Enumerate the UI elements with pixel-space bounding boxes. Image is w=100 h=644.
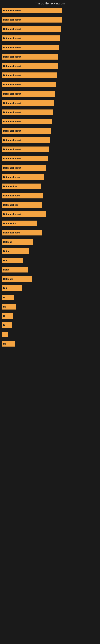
- bar-27: Bott: [2, 258, 23, 263]
- bar-spacer-26: [2, 255, 98, 258]
- bar-spacer-30: [2, 292, 98, 295]
- bar-label-29: Bottlenec: [3, 278, 13, 280]
- bar-2: Bottleneck result: [2, 26, 61, 32]
- bar-label-4: Bottleneck result: [3, 46, 21, 49]
- bar-spacer-34: [2, 329, 98, 332]
- bar-36: Bo: [2, 341, 15, 346]
- bar-label-27: Bott: [3, 259, 8, 262]
- bar-row: B: [2, 313, 98, 319]
- bar-spacer-12: [2, 125, 98, 128]
- bar-row: Bottleneck result: [2, 137, 98, 143]
- bar-row: Bottlene: [2, 239, 98, 245]
- bar-label-8: Bottleneck result: [3, 83, 21, 86]
- bar-label-17: Bottleneck result: [3, 167, 21, 169]
- bar-8: Bottleneck result: [2, 82, 56, 87]
- bar-spacer-9: [2, 98, 98, 100]
- bar-25: Bottlene: [2, 239, 33, 245]
- bar-label-20: Bottleneck resu: [3, 194, 20, 197]
- bar-label-18: Bottleneck resu: [3, 176, 20, 178]
- bar-spacer-16: [2, 162, 98, 165]
- bar-label-19: Bottleneck re: [3, 185, 17, 188]
- bar-row: Bottleneck result: [2, 91, 98, 96]
- bar-row: Bottleneck result: [2, 156, 98, 162]
- bar-spacer-15: [2, 153, 98, 156]
- bar-row: Bottleneck res: [2, 202, 98, 208]
- bar-row: Bottleneck resu: [2, 193, 98, 198]
- bar-spacer-14: [2, 144, 98, 146]
- bar-label-3: Bottleneck result: [3, 37, 21, 40]
- bar-spacer-21: [2, 208, 98, 211]
- bar-15: Bottleneck result: [2, 146, 49, 152]
- bar-row: Bo: [2, 341, 98, 346]
- bar-row: Bottleneck resu: [2, 230, 98, 236]
- bar-row: Bottleneck result: [2, 165, 98, 171]
- bar-row: Bottleneck result: [2, 82, 98, 87]
- bar-23: Bottleneck r: [2, 220, 37, 226]
- bar-9: Bottleneck result: [2, 91, 55, 96]
- bar-row: Bottleneck result: [2, 36, 98, 41]
- bar-26: Bottle: [2, 248, 29, 254]
- bar-row: Bottlenec: [2, 276, 98, 282]
- bar-spacer-35: [2, 338, 98, 341]
- bar-row: [2, 332, 98, 337]
- bar-18: Bottleneck resu: [2, 174, 44, 180]
- bar-row: B: [2, 295, 98, 300]
- bar-row: Bo: [2, 304, 98, 310]
- bar-spacer-2: [2, 32, 98, 36]
- bar-label-36: Bo: [3, 342, 6, 345]
- bar-label-22: Bottleneck result: [3, 213, 21, 215]
- bar-14: Bottleneck result: [2, 137, 50, 143]
- bar-label-30: Bott: [3, 287, 8, 290]
- bar-32: Bo: [2, 304, 16, 310]
- bar-12: Bottleneck result: [2, 119, 52, 124]
- bar-label-26: Bottle: [3, 250, 9, 252]
- bar-row: Bottleneck result: [2, 45, 98, 50]
- bar-0: Bottleneck result: [2, 8, 62, 13]
- bar-row: Bottleneck result: [2, 54, 98, 60]
- bar-row: Bottle: [2, 248, 98, 254]
- bar-spacer-17: [2, 172, 98, 174]
- bar-28: Bottle: [2, 267, 28, 272]
- bar-16: Bottleneck result: [2, 156, 48, 162]
- bar-spacer-31: [2, 301, 98, 304]
- bar-label-32: Bo: [3, 306, 6, 308]
- bar-spacer-7: [2, 79, 98, 82]
- bar-spacer-3: [2, 42, 98, 45]
- site-title: TheBottlenecker.com: [0, 0, 100, 8]
- bar-row: Bottle: [2, 267, 98, 272]
- bar-17: Bottleneck result: [2, 165, 46, 171]
- bar-spacer-29: [2, 282, 98, 285]
- bar-19: Bottleneck re: [2, 184, 41, 189]
- bar-label-13: Bottleneck result: [3, 130, 21, 132]
- bars-container: Bottleneck resultBottleneck resultBottle…: [0, 8, 100, 350]
- bar-spacer-20: [2, 199, 98, 202]
- bar-1: Bottleneck result: [2, 17, 62, 22]
- bar-row: Bottleneck result: [2, 211, 98, 217]
- bar-row: Bottleneck result: [2, 63, 98, 69]
- bar-row: Bottleneck result: [2, 100, 98, 106]
- bar-label-28: Bottle: [3, 268, 9, 271]
- bar-spacer-1: [2, 23, 98, 26]
- bar-spacer-0: [2, 14, 98, 17]
- bar-label-25: Bottlene: [3, 241, 12, 243]
- bar-row: Bottleneck r: [2, 220, 98, 226]
- bar-6: Bottleneck result: [2, 63, 58, 69]
- bar-35: [2, 332, 8, 337]
- bar-spacer-36: [2, 347, 98, 350]
- bar-label-14: Bottleneck result: [3, 139, 21, 141]
- bar-spacer-4: [2, 51, 98, 54]
- bar-22: Bottleneck result: [2, 211, 46, 217]
- bar-spacer-19: [2, 190, 98, 193]
- bar-label-5: Bottleneck result: [3, 56, 21, 58]
- bar-label-10: Bottleneck result: [3, 102, 21, 104]
- bar-row: Bottleneck result: [2, 8, 98, 13]
- bar-row: Bottleneck result: [2, 146, 98, 152]
- bar-row: Bottleneck re: [2, 184, 98, 189]
- bar-3: Bottleneck result: [2, 36, 60, 41]
- bar-label-6: Bottleneck result: [3, 65, 21, 67]
- bar-33: B: [2, 313, 13, 319]
- bar-13: Bottleneck result: [2, 128, 51, 134]
- bar-29: Bottlenec: [2, 276, 32, 282]
- bar-row: Bott: [2, 285, 98, 291]
- bar-31: B: [2, 295, 14, 300]
